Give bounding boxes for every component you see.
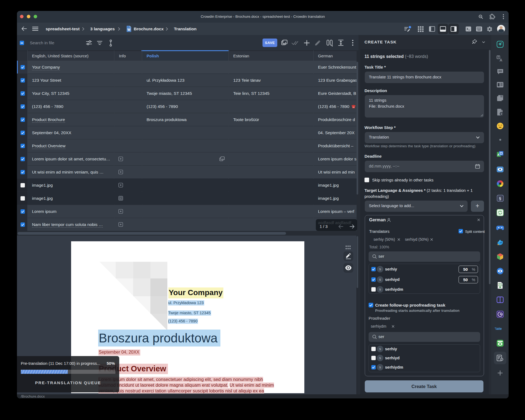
svg-text:i: i	[501, 113, 502, 115]
svg-text:§: §	[499, 196, 501, 201]
svg-text:A: A	[500, 58, 502, 62]
svg-text:W: W	[127, 28, 131, 32]
svg-text:XLIFF: XLIFF	[498, 285, 503, 286]
svg-text:A: A	[497, 153, 499, 156]
